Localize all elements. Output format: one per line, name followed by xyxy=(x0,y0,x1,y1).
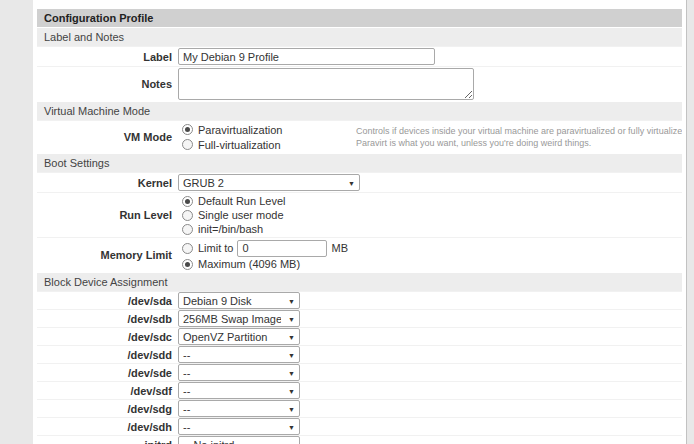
vm-mode-radio-group: Paravirtualization Full-virtualization xyxy=(178,122,356,152)
initrd-label: initrd xyxy=(37,439,178,444)
dev-sdb-select[interactable]: 256MB Swap Image xyxy=(178,310,300,327)
default-run-level-option[interactable]: Default Run Level xyxy=(182,194,285,208)
full-virtualization-label: Full-virtualization xyxy=(198,139,281,151)
single-user-mode-label: Single user mode xyxy=(198,209,284,221)
section-header-virtual-machine-mode: Virtual Machine Mode xyxy=(37,102,682,120)
block-device-row-sda: /dev/sda Debian 9 Disk ▼ xyxy=(37,291,682,309)
limit-to-option[interactable]: Limit to MB xyxy=(182,239,348,257)
block-device-row-sdg: /dev/sdg -- ▼ xyxy=(37,399,682,417)
notes-textarea[interactable] xyxy=(178,68,474,100)
block-device-row-sde: /dev/sde -- ▼ xyxy=(37,363,682,381)
block-device-row-sdc: /dev/sdc OpenVZ Partition ▼ xyxy=(37,327,682,345)
single-user-mode-radio[interactable] xyxy=(182,210,193,221)
dev-sde-select[interactable]: -- xyxy=(178,364,300,381)
default-run-level-label: Default Run Level xyxy=(198,195,285,207)
dev-sdh-select[interactable]: -- xyxy=(178,418,300,435)
notes-row: Notes xyxy=(37,66,682,101)
paravirtualization-label: Paravirtualization xyxy=(198,124,282,136)
block-device-row-sdf: /dev/sdf -- ▼ xyxy=(37,381,682,399)
initrd-select[interactable]: -- No initrd -- xyxy=(178,436,300,444)
maximum-memory-label: Maximum (4096 MB) xyxy=(198,258,300,270)
full-virtualization-radio[interactable] xyxy=(182,139,193,150)
label-input[interactable] xyxy=(178,48,435,65)
run-level-radio-group: Default Run Level Single user mode init=… xyxy=(178,194,285,236)
block-device-row-sdb: /dev/sdb 256MB Swap Image ▼ xyxy=(37,309,682,327)
block-device-row-sdh: /dev/sdh -- ▼ xyxy=(37,417,682,435)
section-header-label-and-notes: Label and Notes xyxy=(37,28,682,46)
memory-limit-row: Memory Limit Limit to MB Maximum (4096 M… xyxy=(37,237,682,272)
vm-mode-label: VM Mode xyxy=(37,131,178,143)
configuration-profile-panel: Configuration Profile Label and Notes La… xyxy=(33,0,687,444)
initrd-row: initrd -- No initrd -- ▼ xyxy=(37,435,682,444)
dev-sdc-label: /dev/sdc xyxy=(37,331,178,343)
init-bin-bash-label: init=/bin/bash xyxy=(198,223,263,235)
dev-sdg-select[interactable]: -- xyxy=(178,400,300,417)
full-virtualization-option[interactable]: Full-virtualization xyxy=(182,137,356,152)
kernel-row: Kernel GRUB 2 ▼ xyxy=(37,172,682,192)
dev-sdd-label: /dev/sdd xyxy=(37,349,178,361)
page-background: Configuration Profile Label and Notes La… xyxy=(0,0,694,444)
limit-to-label: Limit to xyxy=(198,242,233,254)
label-field-label: Label xyxy=(37,51,178,63)
vm-mode-row: VM Mode Paravirtualization Full-virtuali… xyxy=(37,120,682,153)
dev-sdd-select[interactable]: -- xyxy=(178,346,300,363)
limit-to-radio[interactable] xyxy=(182,243,193,254)
vm-mode-help-line-1: Controls if devices inside your virtual … xyxy=(356,125,682,137)
mb-unit-label: MB xyxy=(331,242,348,254)
section-header-block-device-assignment: Block Device Assignment xyxy=(37,273,682,291)
paravirtualization-radio[interactable] xyxy=(182,124,193,135)
memory-limit-label: Memory Limit xyxy=(37,249,178,261)
maximum-memory-radio[interactable] xyxy=(182,259,193,270)
notes-label: Notes xyxy=(37,78,178,90)
paravirtualization-option[interactable]: Paravirtualization xyxy=(182,122,356,137)
dev-sdg-label: /dev/sdg xyxy=(37,403,178,415)
run-level-row: Run Level Default Run Level Single user … xyxy=(37,192,682,237)
dev-sdh-label: /dev/sdh xyxy=(37,421,178,433)
dev-sdf-label: /dev/sdf xyxy=(37,385,178,397)
label-row: Label xyxy=(37,46,682,66)
init-bin-bash-radio[interactable] xyxy=(182,224,193,235)
vm-mode-help-line-2: Paravirt is what you want, unless you're… xyxy=(356,137,682,149)
vm-mode-help-text: Controls if devices inside your virtual … xyxy=(356,125,682,149)
dev-sda-label: /dev/sda xyxy=(37,295,178,307)
section-header-boot-settings: Boot Settings xyxy=(37,154,682,172)
single-user-mode-option[interactable]: Single user mode xyxy=(182,208,285,222)
dev-sde-label: /dev/sde xyxy=(37,367,178,379)
dev-sdb-label: /dev/sdb xyxy=(37,313,178,325)
dev-sda-select[interactable]: Debian 9 Disk xyxy=(178,292,300,309)
memory-limit-input[interactable] xyxy=(237,240,327,257)
default-run-level-radio[interactable] xyxy=(182,196,193,207)
dev-sdf-select[interactable]: -- xyxy=(178,382,300,399)
page-title: Configuration Profile xyxy=(37,9,682,27)
memory-limit-radio-group: Limit to MB Maximum (4096 MB) xyxy=(178,239,348,271)
kernel-select[interactable]: GRUB 2 xyxy=(178,174,360,191)
run-level-label: Run Level xyxy=(37,209,178,221)
maximum-memory-option[interactable]: Maximum (4096 MB) xyxy=(182,257,348,271)
dev-sdc-select[interactable]: OpenVZ Partition xyxy=(178,328,300,345)
block-device-row-sdd: /dev/sdd -- ▼ xyxy=(37,345,682,363)
kernel-label: Kernel xyxy=(37,177,178,189)
init-bin-bash-option[interactable]: init=/bin/bash xyxy=(182,222,285,236)
